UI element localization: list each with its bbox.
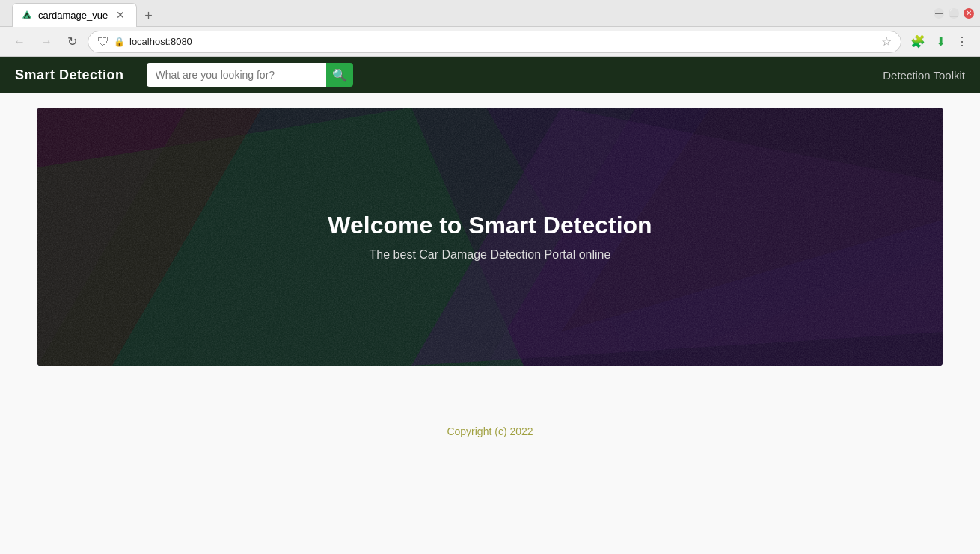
app: Smart Detection 🔍 Detection Toolkit — [0, 57, 980, 452]
copyright-text: Copyright (c) 2022 — [447, 425, 533, 437]
vue-favicon-icon — [22, 10, 32, 20]
shield-icon: 🛡 — [97, 35, 109, 49]
browser-toolbar: ← → ↻ 🛡 🔒 ☆ 🧩 ⬇ ⋮ — [0, 27, 980, 57]
bookmark-icon[interactable]: ☆ — [881, 34, 892, 49]
back-button[interactable]: ← — [9, 32, 30, 52]
browser-window: cardamage_vue ✕ + — ⬜ ✕ ← → ↻ 🛡 🔒 ☆ 🧩 ⬇ … — [0, 0, 980, 57]
hero-subtitle: The best Car Damage Detection Portal onl… — [370, 248, 611, 262]
tab-title: cardamage_vue — [38, 10, 108, 21]
refresh-button[interactable]: ↻ — [63, 31, 82, 52]
hero-content: Welcome to Smart Detection The best Car … — [37, 108, 943, 366]
app-navbar: Smart Detection 🔍 Detection Toolkit — [0, 57, 980, 93]
search-input[interactable] — [147, 63, 326, 87]
hero-title: Welcome to Smart Detection — [328, 212, 652, 239]
address-bar-container: 🛡 🔒 ☆ — [88, 31, 901, 53]
search-button[interactable]: 🔍 — [326, 63, 353, 87]
close-button[interactable]: ✕ — [964, 8, 974, 19]
window-controls: — ⬜ ✕ — [934, 8, 974, 19]
lock-icon: 🔒 — [114, 37, 125, 47]
minimize-button[interactable]: — — [934, 8, 944, 19]
download-button[interactable]: ⬇ — [933, 31, 949, 52]
restore-button[interactable]: ⬜ — [949, 8, 959, 19]
tab-bar: cardamage_vue ✕ + — [6, 0, 165, 27]
footer: Copyright (c) 2022 — [0, 410, 980, 452]
search-form: 🔍 — [147, 63, 353, 87]
address-input[interactable] — [129, 36, 877, 47]
menu-button[interactable]: ⋮ — [953, 31, 971, 52]
browser-titlebar: cardamage_vue ✕ + — ⬜ ✕ — [0, 0, 980, 27]
hero-section: Welcome to Smart Detection The best Car … — [37, 108, 943, 366]
app-brand: Smart Detection — [15, 67, 124, 83]
active-tab[interactable]: cardamage_vue ✕ — [12, 3, 137, 27]
toolbar-right: 🧩 ⬇ ⋮ — [907, 31, 971, 52]
tab-close-button[interactable]: ✕ — [114, 8, 127, 22]
forward-button[interactable]: → — [36, 32, 57, 52]
extensions-button[interactable]: 🧩 — [907, 31, 928, 52]
new-tab-button[interactable]: + — [138, 5, 159, 27]
detection-toolkit-link[interactable]: Detection Toolkit — [883, 69, 965, 81]
search-icon: 🔍 — [332, 68, 347, 82]
